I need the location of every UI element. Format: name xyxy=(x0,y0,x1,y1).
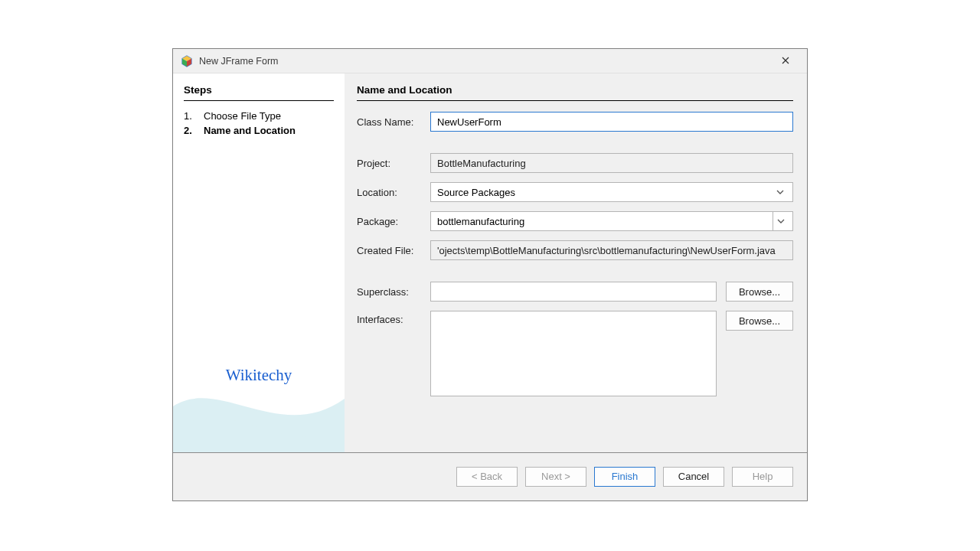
project-label: Project: xyxy=(357,158,430,169)
brand-text: Wikitechy xyxy=(173,366,345,385)
location-value: Source Packages xyxy=(437,187,515,198)
window-title: New JFrame Form xyxy=(199,56,770,67)
row-package: Package: bottlemanufacturing xyxy=(357,211,793,231)
superclass-input[interactable] xyxy=(430,282,717,302)
package-label: Package: xyxy=(357,216,430,227)
step-item-1: 1. Choose File Type xyxy=(184,109,334,123)
browse-interfaces-button[interactable]: Browse... xyxy=(726,311,793,331)
form-panel: Name and Location Class Name: Project: B… xyxy=(345,73,807,452)
wizard-dialog: New JFrame Form Steps 1. Choose File Typ… xyxy=(172,48,808,501)
project-field: BottleManufacturing xyxy=(430,153,793,173)
cancel-button[interactable]: Cancel xyxy=(663,467,724,487)
interfaces-list[interactable] xyxy=(430,311,717,396)
row-location: Location: Source Packages xyxy=(357,182,793,202)
form-heading: Name and Location xyxy=(357,84,793,101)
steps-heading: Steps xyxy=(184,84,334,101)
class-name-input[interactable] xyxy=(430,112,793,132)
row-created-file: Created File: 'ojects\temp\BottleManufac… xyxy=(357,240,793,260)
row-interfaces: Interfaces: Browse... xyxy=(357,311,793,396)
step-number: 1. xyxy=(184,110,193,122)
footer: < Back Next > Finish Cancel Help xyxy=(173,452,807,500)
created-file-label: Created File: xyxy=(357,245,430,256)
location-label: Location: xyxy=(357,187,430,198)
content-area: Steps 1. Choose File Type 2. Name and Lo… xyxy=(173,73,807,452)
chevron-down-icon xyxy=(773,183,788,201)
package-combo[interactable]: bottlemanufacturing xyxy=(430,211,793,231)
close-icon xyxy=(782,57,789,64)
back-button[interactable]: < Back xyxy=(456,467,518,487)
step-label: Name and Location xyxy=(204,125,296,136)
location-combo[interactable]: Source Packages xyxy=(430,182,793,202)
next-button[interactable]: Next > xyxy=(525,467,586,487)
browse-superclass-button[interactable]: Browse... xyxy=(726,282,793,302)
step-item-2: 2. Name and Location xyxy=(184,123,334,138)
finish-button[interactable]: Finish xyxy=(594,467,655,487)
titlebar: New JFrame Form xyxy=(173,49,807,73)
chevron-down-icon xyxy=(773,212,788,230)
interfaces-label: Interfaces: xyxy=(357,311,430,325)
step-label: Choose File Type xyxy=(204,110,281,122)
class-name-label: Class Name: xyxy=(357,116,430,128)
row-project: Project: BottleManufacturing xyxy=(357,153,793,173)
steps-list: 1. Choose File Type 2. Name and Location xyxy=(184,109,334,138)
package-value: bottlemanufacturing xyxy=(437,216,524,227)
app-icon xyxy=(181,55,193,67)
step-number: 2. xyxy=(184,125,193,136)
steps-panel: Steps 1. Choose File Type 2. Name and Lo… xyxy=(173,73,345,452)
help-button[interactable]: Help xyxy=(732,467,793,487)
row-superclass: Superclass: Browse... xyxy=(357,282,793,302)
created-file-field: 'ojects\temp\BottleManufacturing\src\bot… xyxy=(430,240,793,260)
close-button[interactable] xyxy=(770,55,801,67)
superclass-label: Superclass: xyxy=(357,286,430,298)
row-class-name: Class Name: xyxy=(357,112,793,132)
